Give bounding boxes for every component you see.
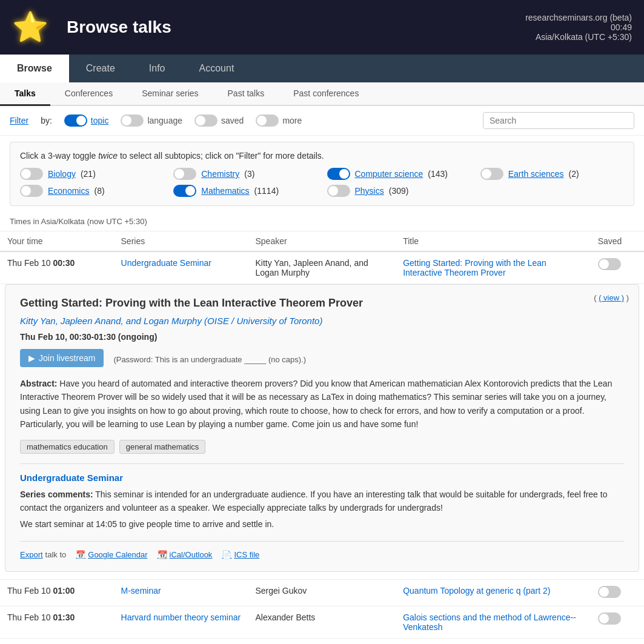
series-detail-link[interactable]: Undergraduate Seminar bbox=[20, 473, 624, 483]
nav-create[interactable]: Create bbox=[69, 55, 132, 82]
cs-toggle[interactable] bbox=[327, 168, 350, 180]
series-comments-text: This seminar is intended for an undergra… bbox=[20, 490, 607, 513]
talk-speaker: Kitty Yan, Japleen Anand, and Logan Murp… bbox=[248, 251, 396, 284]
chemistry-count: (3) bbox=[244, 169, 254, 179]
site-title: Browse talks bbox=[67, 18, 171, 37]
table-row: Thu Feb 10 01:00 M-seminar Sergei Gukov … bbox=[0, 580, 644, 606]
series-link[interactable]: M-seminar bbox=[121, 586, 161, 596]
abstract-label: Abstract: bbox=[20, 379, 57, 388]
nav-info[interactable]: Info bbox=[132, 55, 182, 82]
chemistry-toggle[interactable] bbox=[173, 168, 196, 180]
earth-toggle[interactable] bbox=[480, 168, 503, 180]
talk-title: Getting Started: Proving with the Lean I… bbox=[396, 251, 590, 284]
series-comments-label: Series comments: bbox=[20, 490, 93, 499]
detail-row: ( ( view ) ) Getting Started: Proving wi… bbox=[0, 284, 644, 580]
series-note: We start seminar at 14:05 to give people… bbox=[20, 519, 624, 529]
economics-count: (8) bbox=[94, 186, 104, 196]
filter-link[interactable]: Filter bbox=[10, 116, 28, 125]
cs-name[interactable]: Computer science bbox=[355, 169, 423, 179]
col-speaker: Speaker bbox=[248, 231, 396, 251]
ical-icon: 📆 bbox=[158, 550, 167, 559]
math-toggle[interactable] bbox=[173, 185, 196, 197]
topic-toggle[interactable] bbox=[64, 115, 87, 127]
current-time: 00:49 bbox=[525, 22, 632, 32]
series-detail: Undergraduate Seminar Series comments: T… bbox=[20, 463, 624, 529]
economics-name[interactable]: Economics bbox=[48, 186, 89, 196]
earth-name[interactable]: Earth sciences bbox=[508, 169, 564, 179]
tab-past-conferences[interactable]: Past conferences bbox=[279, 82, 373, 106]
talk-datetime: Thu Feb 10 01:00 bbox=[0, 580, 114, 606]
biology-name[interactable]: Biology bbox=[48, 169, 76, 179]
saved-filter-group: saved bbox=[194, 115, 244, 127]
play-icon: ▶ bbox=[28, 353, 35, 363]
saved-label[interactable]: saved bbox=[221, 116, 244, 125]
ical-link[interactable]: 📆 iCal/Outlook bbox=[158, 550, 213, 559]
view-link[interactable]: ( view ) bbox=[599, 293, 624, 302]
export-link[interactable]: Export bbox=[20, 550, 43, 559]
economics-toggle[interactable] bbox=[20, 185, 43, 197]
abstract-text: Have you heard of automated and interact… bbox=[20, 379, 612, 429]
saved-toggle-row3[interactable] bbox=[598, 612, 621, 625]
saved-toggle-row1[interactable] bbox=[598, 258, 621, 270]
google-cal-link[interactable]: 📅 Google Calendar bbox=[76, 550, 147, 559]
logo-icon: ⭐ bbox=[12, 10, 48, 44]
title-link[interactable]: Getting Started: Proving with the Lean I… bbox=[403, 258, 546, 277]
tab-seminar-series[interactable]: Seminar series bbox=[127, 82, 213, 106]
earth-count: (2) bbox=[569, 169, 579, 179]
logo-area: ⭐ bbox=[12, 10, 48, 44]
talks-table: Your time Series Speaker Title Saved Thu… bbox=[0, 231, 644, 644]
tag-math-education[interactable]: mathematics education bbox=[20, 440, 115, 454]
search-input[interactable] bbox=[483, 112, 634, 129]
tab-talks[interactable]: Talks bbox=[0, 82, 50, 106]
col-saved: Saved bbox=[591, 231, 644, 251]
cs-count: (143) bbox=[428, 169, 448, 179]
talk-speaker: Federico Nir... bbox=[248, 639, 396, 644]
physics-name[interactable]: Physics bbox=[355, 186, 384, 196]
subject-biology: Biology (21) bbox=[20, 168, 164, 180]
detail-card: ( ( view ) ) Getting Started: Proving wi… bbox=[5, 284, 639, 572]
saved-toggle-row2[interactable] bbox=[598, 586, 621, 598]
ics-link[interactable]: 📄 ICS file bbox=[222, 550, 259, 559]
talk-saved bbox=[591, 639, 644, 644]
password-note: (Password: This is an undergraduate ____… bbox=[113, 355, 306, 364]
topic-label[interactable]: topic bbox=[91, 116, 109, 125]
biology-count: (21) bbox=[81, 169, 96, 179]
topic-filter-group: topic bbox=[64, 115, 109, 127]
talk-datetime: Thu Feb 10 00:30 bbox=[0, 251, 114, 284]
language-toggle[interactable] bbox=[121, 115, 144, 127]
talk-datetime: Thu Feb 10 01:30 bbox=[0, 606, 114, 639]
join-livestream-button[interactable]: ▶ Join livestream bbox=[20, 349, 104, 367]
tag-general-math[interactable]: general mathematics bbox=[119, 440, 206, 454]
title-link[interactable]: Quantum Topology at generic q (part 2) bbox=[403, 586, 550, 596]
tab-past-talks[interactable]: Past talks bbox=[213, 82, 279, 106]
tags-area: mathematics education general mathematic… bbox=[20, 440, 624, 454]
table-row: Thu Feb 10 01:30 Harvard number theory s… bbox=[0, 606, 644, 639]
chemistry-name[interactable]: Chemistry bbox=[201, 169, 239, 179]
subject-earth-sciences: Earth sciences (2) bbox=[480, 168, 624, 180]
more-label[interactable]: more bbox=[282, 116, 302, 125]
nav-browse[interactable]: Browse bbox=[0, 55, 69, 82]
biology-toggle[interactable] bbox=[20, 168, 43, 180]
more-filter-group: more bbox=[256, 115, 302, 127]
title-link[interactable]: Galois sections and the method of Lawren… bbox=[403, 612, 576, 632]
col-your-time: Your time bbox=[0, 231, 114, 251]
math-name[interactable]: Mathematics bbox=[201, 186, 249, 196]
nav-bar: Browse Create Info Account bbox=[0, 55, 644, 82]
detail-cell: ( ( view ) ) Getting Started: Proving wi… bbox=[0, 284, 644, 580]
more-toggle[interactable] bbox=[256, 115, 279, 127]
physics-toggle[interactable] bbox=[327, 185, 350, 197]
math-count: (1114) bbox=[254, 186, 279, 196]
language-label[interactable]: language bbox=[147, 116, 182, 125]
detail-title: Getting Started: Proving with the Lean I… bbox=[20, 297, 624, 310]
subject-economics: Economics (8) bbox=[20, 185, 164, 197]
subject-computer-science: Computer science (143) bbox=[327, 168, 471, 180]
col-series: Series bbox=[114, 231, 248, 251]
detail-time: Thu Feb 10, 00:30-01:30 (ongoing) bbox=[20, 332, 624, 342]
talk-speaker: Alexander Betts bbox=[248, 606, 396, 639]
nav-account[interactable]: Account bbox=[182, 55, 251, 82]
saved-toggle[interactable] bbox=[194, 115, 217, 127]
talk-datetime: Thu Feb 10 01:30 bbox=[0, 639, 114, 644]
tab-conferences[interactable]: Conferences bbox=[50, 82, 127, 106]
series-link[interactable]: Harvard number theory seminar bbox=[121, 612, 241, 622]
series-link[interactable]: Undergraduate Seminar bbox=[121, 258, 211, 268]
